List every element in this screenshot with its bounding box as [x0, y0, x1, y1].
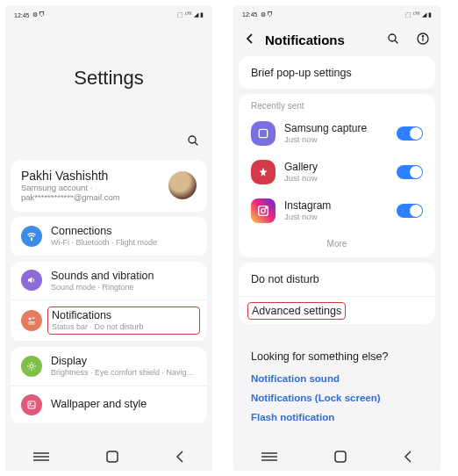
toggle-instagram[interactable] [397, 204, 423, 218]
settings-item-display[interactable]: Display Brightness · Eye comfort shield … [11, 347, 207, 386]
search-icon[interactable] [186, 133, 200, 151]
account-name: Pakhi Vashishth [21, 169, 161, 183]
page-title: Notifications [265, 32, 377, 47]
avatar [168, 171, 197, 199]
settings-list-3: Display Brightness · Eye comfort shield … [11, 347, 207, 424]
android-navbar [5, 443, 212, 471]
app-row-instagram[interactable]: Instagram Just now [239, 191, 435, 230]
wallpaper-icon [21, 394, 42, 415]
settings-item-notifications[interactable]: Notifications Status bar · Do not distur… [11, 300, 207, 342]
section-recent: Recently sent Samsung capture Just now G… [239, 94, 435, 257]
svg-line-20 [395, 40, 397, 43]
svg-line-1 [195, 142, 197, 145]
svg-rect-24 [259, 129, 267, 137]
svg-rect-18 [107, 451, 118, 462]
settings-item-connections[interactable]: Connections Wi-Fi · Bluetooth · Flight m… [11, 217, 207, 256]
phone-settings: 12:45⚙ ⛉ ⬚ ᴸᵀᴱ ◢ ▮ Settings Pakhi Vashis… [5, 5, 212, 471]
link-notifications-lockscreen[interactable]: Notifications (Lock screen) [251, 393, 423, 403]
home-button[interactable] [334, 451, 347, 463]
recents-button[interactable] [33, 452, 49, 461]
page-title: Settings [5, 25, 212, 133]
notifications-icon [21, 310, 42, 331]
search-icon[interactable] [386, 32, 400, 49]
svg-point-26 [261, 208, 266, 213]
more-button[interactable]: More [239, 230, 435, 257]
page-header: Notifications [233, 25, 440, 56]
toggle-gallery[interactable] [397, 165, 423, 179]
settings-item-sounds[interactable]: Sounds and vibration Sound mode · Ringto… [11, 262, 207, 301]
highlight-advanced: Advanced settings [247, 302, 346, 320]
advanced-settings-row[interactable]: Advanced settings [239, 297, 435, 324]
account-row[interactable]: Pakhi Vashishth Samsung account · pak***… [11, 160, 207, 212]
svg-point-19 [389, 34, 396, 41]
link-flash-notification[interactable]: Flash notification [251, 412, 423, 422]
section-brief: Brief pop-up settings [239, 56, 435, 89]
brief-popup-row[interactable]: Brief pop-up settings [239, 56, 435, 89]
svg-line-12 [34, 364, 35, 364]
looking-title: Looking for something else? [251, 350, 423, 363]
highlight-notifications: Notifications Status bar · Do not distur… [47, 307, 200, 335]
status-bar: 12:45⚙ ⛉ ⬚ ᴸᵀᴱ ◢ ▮ [233, 5, 440, 25]
svg-line-11 [29, 369, 30, 370]
looking-section: Looking for something else? Notification… [239, 338, 435, 444]
instagram-icon [251, 198, 276, 223]
status-bar: 12:45⚙ ⛉ ⬚ ᴸᵀᴱ ◢ ▮ [5, 5, 212, 25]
gallery-icon [251, 160, 276, 184]
recently-sent-header: Recently sent [239, 94, 435, 114]
svg-rect-31 [335, 451, 346, 462]
svg-point-0 [189, 136, 196, 143]
toggle-samsung-capture[interactable] [397, 126, 423, 141]
phone-notifications: 12:45⚙ ⛉ ⬚ ᴸᵀᴱ ◢ ▮ Notifications Brief p… [233, 5, 440, 471]
svg-line-10 [34, 369, 35, 370]
wifi-icon [21, 226, 42, 247]
app-row-gallery[interactable]: Gallery Just now [239, 153, 435, 191]
settings-item-wallpaper[interactable]: Wallpaper and style [11, 386, 207, 424]
svg-point-2 [32, 239, 32, 240]
app-row-samsung-capture[interactable]: Samsung capture Just now [239, 114, 435, 153]
back-button[interactable] [175, 451, 184, 463]
home-button[interactable] [106, 451, 118, 463]
svg-point-23 [422, 35, 423, 36]
svg-point-14 [30, 403, 32, 405]
back-icon[interactable] [244, 32, 256, 48]
display-icon [21, 356, 42, 377]
link-notification-sound[interactable]: Notification sound [251, 373, 423, 384]
section-dnd: Do not disturb Advanced settings [239, 263, 435, 324]
svg-point-3 [29, 318, 32, 321]
info-icon[interactable] [416, 32, 430, 49]
svg-rect-13 [28, 401, 35, 408]
svg-point-27 [266, 207, 267, 208]
settings-list-1: Connections Wi-Fi · Bluetooth · Flight m… [11, 217, 207, 256]
samsung-capture-icon [251, 121, 276, 146]
account-sub: Samsung account · pak************@gmail.… [21, 183, 161, 203]
dnd-row[interactable]: Do not disturb [239, 263, 435, 297]
svg-line-9 [29, 364, 30, 364]
android-navbar [233, 444, 440, 471]
sound-icon [21, 270, 42, 291]
recents-button[interactable] [261, 452, 277, 461]
svg-point-4 [30, 364, 33, 368]
settings-list-2: Sounds and vibration Sound mode · Ringto… [11, 262, 207, 343]
back-button[interactable] [404, 451, 412, 463]
